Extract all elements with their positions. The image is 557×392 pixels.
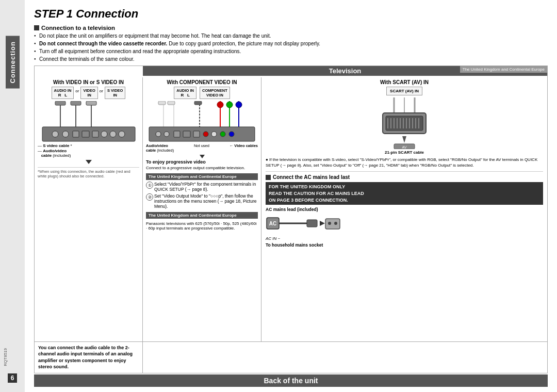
cable-labels-2: Audio/videocable (included) Not used ← V…: [146, 143, 258, 153]
ac-mains-section: Connect the AC mains lead last FOR THE U…: [266, 171, 543, 248]
svg-point-8: [62, 131, 69, 137]
bullet-item-1: Do not place the unit on amplifiers or e…: [34, 32, 548, 40]
audio-video-cable-label: — Audio/video cable (included): [38, 149, 139, 158]
panel3-side-note: ● If the television is compatible with S…: [266, 157, 543, 168]
ac-mains-cable-label: AC mains lead (included): [266, 207, 543, 212]
svg-rect-5: [86, 101, 96, 105]
uk-step2: ② Set "Video Output Mode" to "○○○p", the…: [146, 193, 258, 209]
svg-rect-32: [193, 131, 200, 137]
panel-video-in: With VIDEO IN or S VIDEO IN AUDIO INR L …: [35, 77, 143, 341]
svg-rect-3: [55, 101, 65, 105]
uk-step1: ① Select "Video/YPbPr" for the component…: [146, 182, 258, 192]
svg-marker-53: [402, 136, 406, 143]
svg-point-62: [328, 222, 331, 225]
svg-rect-30: [174, 131, 180, 137]
ac-cable-svg: AC: [266, 214, 348, 234]
svg-rect-11: [92, 131, 99, 137]
uk-step3: Panasonic televisions with 625 (576)/50i…: [146, 221, 258, 231]
svg-point-36: [229, 132, 234, 137]
uk-badge: The United Kingdom and Continental Europ…: [460, 66, 547, 73]
svg-text:AV: AV: [402, 145, 407, 149]
progressive-text: Connect to a progressive output compatib…: [146, 166, 258, 170]
not-used-label: Not used: [194, 143, 209, 153]
arrow-down-1: [86, 160, 92, 164]
port-labels-2: AUDIO INR L COMPONENTVIDEO IN: [146, 87, 258, 99]
connect-ac-header: Connect the AC mains lead last: [266, 174, 543, 180]
panel1-header: With VIDEO IN or S VIDEO IN: [38, 79, 139, 85]
svg-point-63: [334, 222, 337, 225]
svg-point-33: [203, 132, 208, 137]
rqt-code: RQT8519: [3, 348, 8, 366]
page-title: STEP 1 Connection: [34, 7, 548, 21]
port-component-video: COMPONENTVIDEO IN: [200, 87, 230, 99]
svg-marker-60: [320, 221, 325, 226]
svg-point-7: [52, 131, 58, 137]
step-circle-2: ②: [146, 193, 153, 201]
ac-port-label: AC IN ~: [266, 236, 543, 241]
bullet-list: Do not place the unit on amplifiers or e…: [34, 32, 548, 63]
port-svideo-in: S VIDEOIN: [105, 87, 125, 99]
scart-cable-label: 21-pin SCART cable: [385, 150, 424, 155]
svg-point-26: [236, 102, 242, 108]
svg-rect-61: [325, 219, 340, 229]
svg-point-35: [220, 132, 225, 137]
panel2-header: With COMPONENT VIDEO IN: [146, 79, 258, 85]
svg-rect-41: [386, 116, 423, 130]
svg-point-29: [164, 132, 169, 137]
port-audio-in-2: AUDIO INR L: [174, 87, 196, 99]
svg-text:AC: AC: [269, 221, 276, 226]
sidebar-tab: Connection: [6, 36, 20, 89]
port-labels-1: AUDIO INR L or VIDEOIN or S VIDEOIN: [38, 87, 139, 99]
ac-bullet-icon: [266, 175, 271, 180]
television-banner: Television The United Kingdom and Contin…: [143, 66, 547, 76]
top-info: Connection to a television Do not place …: [34, 25, 548, 63]
connection-tv-heading: Connection to a television: [41, 25, 115, 31]
svg-point-28: [156, 132, 161, 137]
panels-row: With VIDEO IN or S VIDEO IN AUDIO INR L …: [35, 77, 547, 341]
main-content: STEP 1 Connection Connection to a televi…: [25, 0, 557, 392]
svg-rect-21: [158, 101, 166, 105]
port-or: or: [75, 87, 79, 93]
port-video-in: VIDEOIN: [80, 87, 97, 99]
audio-video-cable-2: Audio/videocable (included): [146, 143, 174, 153]
scart-cable-svg: AV: [379, 97, 430, 149]
svg-rect-22: [168, 101, 175, 105]
port-or-2: or: [100, 87, 103, 93]
cable-diagram-1: [40, 101, 138, 142]
bullet-item-3: Turn off all equipment before connection…: [34, 48, 548, 55]
bullet-square-icon: [34, 25, 39, 30]
uk-note-2: The United Kingdom and Continental Europ…: [146, 212, 258, 219]
svg-rect-59: [307, 220, 317, 227]
ac-mains-heading: Connect the AC mains lead last: [273, 174, 350, 180]
progressive-heading: To enjoy progressive video: [146, 159, 258, 165]
panels-container: Television The United Kingdom and Contin…: [34, 66, 548, 373]
panel1-footnote: *When using this connection, the audio c…: [38, 167, 139, 178]
section-heading: Connection to a television: [34, 25, 548, 31]
panel-scart: With SCART (AV) IN SCART (AV) IN: [261, 77, 547, 341]
ac-mains-warning: FOR THE UNITED KINGDOM ONLY READ THE CAU…: [266, 182, 543, 205]
svg-point-25: [226, 102, 233, 108]
panel3-header: With SCART (AV) IN: [266, 79, 543, 85]
uk-note-1: The United Kingdom and Continental Europ…: [146, 173, 258, 180]
svg-rect-9: [73, 131, 79, 137]
bottom-right-area: [143, 342, 547, 373]
bottom-left-note: You can connect the audio cable to the 2…: [35, 342, 143, 373]
svideo-cable-label: — S video cable *: [38, 143, 139, 148]
bottom-row: You can connect the audio cable to the 2…: [35, 341, 547, 373]
step-circle-1: ①: [146, 182, 153, 189]
scart-illustration: AV 21-pin SCART cable: [266, 97, 543, 155]
cable-labels-1: — S video cable * — Audio/video cable (i…: [38, 143, 139, 158]
svg-point-24: [217, 102, 223, 108]
bullet-item-2: Do not connect through the video cassett…: [34, 40, 548, 47]
svg-rect-10: [82, 131, 89, 137]
back-of-unit-bar: Back of the unit: [34, 374, 548, 387]
video-cables-label: ← Video cables: [230, 143, 258, 153]
cable-diagram-2: [148, 101, 256, 142]
bullet-item-4: Connect the terminals of the same colour…: [34, 56, 548, 63]
svg-point-14: [119, 131, 125, 137]
scart-port-label: SCART (AV) IN: [266, 87, 543, 95]
port-audio-in: AUDIO INR L: [52, 87, 74, 99]
page-number: 6: [0, 373, 25, 383]
sidebar: Connection RQT8519 6: [0, 0, 25, 392]
arrow-down-2: [200, 155, 205, 158]
